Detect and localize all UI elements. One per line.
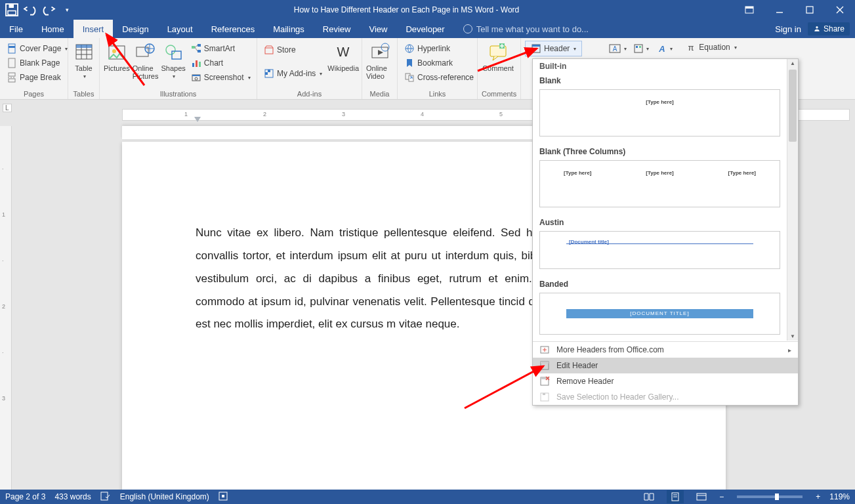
tab-home[interactable]: Home: [32, 20, 73, 38]
tab-developer[interactable]: Developer: [396, 20, 453, 38]
tab-view[interactable]: View: [360, 20, 396, 38]
ruler-l-tag[interactable]: L: [3, 104, 12, 112]
svg-rect-8: [9, 44, 15, 53]
ribbon-display-icon[interactable]: [734, 0, 764, 20]
cross-reference-button[interactable]: Cross-reference: [402, 71, 476, 84]
vertical-ruler[interactable]: ·1·2·3: [0, 126, 12, 490]
bulb-icon: [463, 24, 472, 33]
equation-button[interactable]: πEquation▾: [683, 41, 739, 54]
online-pictures-button[interactable]: Online Pictures: [133, 41, 159, 80]
indent-marker-icon[interactable]: [194, 117, 201, 123]
svg-rect-27: [198, 44, 201, 47]
zoom-in-button[interactable]: +: [816, 492, 820, 501]
svg-line-29: [195, 45, 198, 47]
submenu-arrow-icon: ▸: [788, 346, 791, 354]
read-mode-icon[interactable]: [640, 490, 657, 503]
qat-dropdown-icon[interactable]: ▾: [59, 2, 75, 18]
minimize-icon[interactable]: [764, 0, 795, 20]
zoom-level[interactable]: 119%: [829, 492, 850, 501]
wikipedia-button[interactable]: WWikipedia: [327, 41, 359, 72]
gallery-section-builtin: Built-in: [533, 59, 787, 72]
tab-file[interactable]: File: [0, 20, 32, 38]
status-page[interactable]: Page 2 of 3: [5, 492, 45, 501]
svg-point-21: [112, 49, 116, 53]
group-illustrations-label: Illustrations: [104, 89, 253, 98]
gallery-item-banded[interactable]: [DOCUMENT TITLE]: [539, 293, 780, 335]
svg-rect-19: [76, 45, 92, 48]
tell-me[interactable]: Tell me what you want to do...: [454, 24, 589, 34]
svg-rect-70: [222, 495, 224, 497]
undo-icon[interactable]: [22, 2, 38, 18]
svg-text:π: π: [688, 43, 694, 52]
gallery-item-austin[interactable]: [Document title]: [539, 231, 780, 269]
pictures-button[interactable]: Pictures: [104, 41, 130, 72]
hyperlink-button[interactable]: Hyperlink: [402, 42, 476, 55]
zoom-slider[interactable]: [737, 495, 803, 498]
repeat-icon[interactable]: [41, 2, 56, 18]
tab-review[interactable]: Review: [314, 20, 360, 38]
window-controls: [734, 0, 855, 20]
zoom-out-button[interactable]: −: [719, 492, 724, 501]
edit-header-item[interactable]: Edit Header: [533, 358, 798, 373]
my-addins-button[interactable]: My Add-ins▾: [261, 67, 325, 80]
smartart-button[interactable]: SmartArt: [188, 42, 253, 55]
page-break-button[interactable]: Page Break: [4, 71, 70, 84]
svg-text:A: A: [659, 44, 665, 54]
status-words[interactable]: 433 words: [54, 492, 91, 501]
svg-rect-74: [697, 494, 706, 500]
gallery-scrollbar[interactable]: ▲ ▼: [787, 59, 798, 341]
table-button[interactable]: Table▾: [72, 41, 95, 79]
svg-rect-53: [635, 45, 642, 52]
tab-mailings[interactable]: Mailings: [264, 20, 314, 38]
header-button[interactable]: Header▾: [525, 41, 582, 56]
wordart-button[interactable]: A▾: [654, 41, 675, 56]
svg-rect-6: [806, 7, 813, 13]
comment-button[interactable]: Comment: [482, 41, 514, 72]
spellcheck-icon[interactable]: [100, 492, 111, 503]
group-media-label: Media: [366, 89, 393, 98]
svg-rect-26: [192, 46, 195, 49]
sign-in-link[interactable]: Sign in: [775, 24, 801, 34]
macro-icon[interactable]: [219, 492, 228, 503]
save-icon[interactable]: [4, 2, 20, 18]
shapes-button[interactable]: Shapes▾: [161, 41, 185, 79]
window-title: How to Have Different Header on Each Pag…: [79, 5, 734, 14]
tab-insert[interactable]: Insert: [73, 20, 114, 38]
blank-page-button[interactable]: Blank Page: [4, 56, 70, 70]
svg-rect-68: [101, 492, 108, 500]
gallery-item-blank[interactable]: [Type here]: [539, 89, 780, 136]
gallery-item-austin-label: Austin: [533, 214, 787, 228]
svg-rect-11: [9, 73, 15, 76]
cover-page-button[interactable]: Cover Page▾: [4, 42, 70, 55]
tab-design[interactable]: Design: [113, 20, 157, 38]
gallery-item-blank3[interactable]: [Type here] [Type here] [Type here]: [539, 160, 780, 207]
svg-rect-35: [192, 75, 200, 76]
quick-parts-button[interactable]: ▾: [631, 41, 652, 56]
gallery-item-banded-label: Banded: [533, 276, 787, 290]
status-language[interactable]: English (United Kingdom): [120, 492, 209, 501]
svg-rect-60: [541, 362, 549, 364]
bookmark-button[interactable]: Bookmark: [402, 56, 476, 70]
svg-point-36: [195, 77, 198, 80]
svg-rect-28: [198, 50, 201, 52]
remove-header-item[interactable]: Remove Header: [533, 373, 798, 389]
tab-layout[interactable]: Layout: [158, 20, 202, 38]
tell-me-text: Tell me what you want to do...: [476, 24, 589, 34]
svg-point-24: [166, 45, 175, 54]
web-layout-icon[interactable]: [693, 490, 710, 503]
titlebar: ▾ How to Have Different Header on Each P…: [0, 0, 855, 20]
screenshot-button[interactable]: Screenshot▾: [188, 71, 253, 84]
close-icon[interactable]: [825, 0, 855, 20]
more-headers-item[interactable]: More Headers from Office.com▸: [533, 342, 798, 358]
chart-button[interactable]: Chart: [188, 56, 253, 70]
textbox-button[interactable]: A▾: [607, 41, 628, 56]
online-video-button[interactable]: Online Video: [366, 41, 393, 80]
svg-rect-2: [8, 11, 16, 15]
save-to-gallery-item: Save Selection to Header Gallery...: [533, 389, 798, 405]
print-layout-icon[interactable]: [667, 490, 684, 503]
share-button[interactable]: Share: [808, 22, 850, 35]
store-button[interactable]: Store: [261, 43, 325, 56]
group-addins-label: Add-ins: [261, 89, 358, 98]
tab-references[interactable]: References: [202, 20, 264, 38]
maximize-icon[interactable]: [795, 0, 825, 20]
